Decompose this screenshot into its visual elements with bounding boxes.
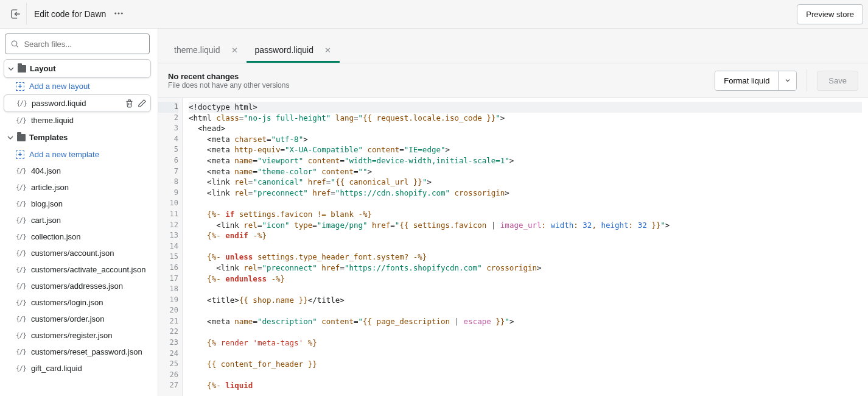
code-line[interactable]: <link rel="preconnect" href="https://cdn… xyxy=(189,188,862,199)
file-item[interactable]: {/}collection.json xyxy=(4,228,151,245)
delete-icon[interactable] xyxy=(125,99,134,108)
file-sidebar: Layout+Add a new layout{/}password.liqui… xyxy=(0,29,158,396)
edit-icon[interactable] xyxy=(138,99,147,108)
file-item[interactable]: {/}gift_card.liquid xyxy=(4,360,151,377)
code-line[interactable]: <head> xyxy=(189,123,862,134)
close-icon[interactable]: ✕ xyxy=(324,46,331,55)
code-line[interactable] xyxy=(189,370,862,381)
code-line[interactable]: <html class="no-js full-height" lang="{{… xyxy=(189,113,862,124)
editor-pane: theme.liquid✕password.liquid✕ No recent … xyxy=(158,29,868,396)
file-name: customers/addresses.json xyxy=(31,281,147,291)
file-item[interactable]: {/}customers/activate_account.json xyxy=(4,261,151,278)
tab-label: password.liquid xyxy=(255,45,314,55)
code-file-icon: {/} xyxy=(16,216,26,224)
line-gutter: 1234567891011121314151617181920212223242… xyxy=(158,98,183,396)
file-item[interactable]: {/}blog.json xyxy=(4,196,151,212)
editor-tab[interactable]: theme.liquid✕ xyxy=(166,39,247,63)
file-item[interactable]: {/}cart.json xyxy=(4,212,151,228)
code-line[interactable]: <link rel="preconnect" href="https://fon… xyxy=(189,263,862,274)
editor-tabs: theme.liquid✕password.liquid✕ xyxy=(158,29,868,63)
code-line[interactable]: <link rel="icon" type="image/png" href="… xyxy=(189,220,862,231)
file-item[interactable]: {/}404.json xyxy=(4,163,151,179)
code-file-icon: {/} xyxy=(16,99,27,107)
add-layout-link[interactable]: +Add a new layout xyxy=(4,78,151,94)
file-item[interactable]: {/}article.json xyxy=(4,179,151,196)
code-line[interactable]: <link rel="canonical" href="{{ canonical… xyxy=(189,177,862,188)
code-file-icon: {/} xyxy=(16,299,26,306)
file-item[interactable]: {/}customers/register.json xyxy=(4,327,151,344)
add-templates-link[interactable]: +Add a new template xyxy=(4,146,151,163)
close-icon[interactable]: ✕ xyxy=(231,46,238,55)
code-file-icon: {/} xyxy=(16,167,26,175)
code-line[interactable]: <meta name="description" content="{{ pag… xyxy=(189,316,862,327)
disclosure-triangle-icon xyxy=(7,135,13,141)
code-line[interactable]: <meta name="viewport" content="width=dev… xyxy=(189,155,862,166)
code-line[interactable]: <meta charset="utf-8"> xyxy=(189,134,862,145)
code-file-icon: {/} xyxy=(16,233,26,241)
preview-store-button[interactable]: Preview store xyxy=(797,4,863,24)
chevron-down-icon xyxy=(784,77,791,84)
back-button[interactable] xyxy=(5,3,27,25)
code-line[interactable]: {%- if settings.favicon != blank -%} xyxy=(189,209,862,220)
folder-layout[interactable]: Layout xyxy=(4,59,151,78)
code-line[interactable]: {%- unless settings.type_header_font.sys… xyxy=(189,252,862,263)
code-line[interactable]: {%- endif -%} xyxy=(189,230,862,241)
save-button[interactable]: Save xyxy=(817,71,858,91)
code-editor[interactable]: 1234567891011121314151617181920212223242… xyxy=(158,98,868,396)
more-icon[interactable] xyxy=(113,8,124,21)
search-input[interactable] xyxy=(24,40,144,49)
file-item[interactable]: {/}password.liquid xyxy=(4,94,151,112)
svg-point-3 xyxy=(12,41,16,46)
folder-icon xyxy=(17,134,26,141)
file-item[interactable]: {/}customers/login.json xyxy=(4,294,151,311)
code-line[interactable]: <!doctype html> xyxy=(189,102,862,113)
code-line[interactable]: {%- liquid xyxy=(189,380,862,391)
changes-heading: No recent changes xyxy=(168,72,705,81)
editor-tab[interactable]: password.liquid✕ xyxy=(247,39,340,63)
code-file-icon: {/} xyxy=(16,200,26,208)
code-file-icon: {/} xyxy=(16,183,26,191)
code-file-icon: {/} xyxy=(16,315,26,323)
code-file-icon: {/} xyxy=(16,282,26,290)
file-name: customers/order.json xyxy=(31,314,147,324)
code-line[interactable]: <meta name="theme-color" content=""> xyxy=(189,166,862,177)
folder-label: Layout xyxy=(30,64,56,73)
file-item[interactable]: {/}customers/order.json xyxy=(4,311,151,327)
code-line[interactable] xyxy=(189,241,862,252)
file-item[interactable]: {/}customers/account.json xyxy=(4,245,151,261)
search-icon xyxy=(10,39,19,49)
page-title: Edit code for Dawn xyxy=(34,9,106,19)
format-dropdown-button[interactable] xyxy=(778,71,796,90)
changes-sub: File does not have any other versions xyxy=(168,81,705,90)
code-file-icon: {/} xyxy=(16,266,26,274)
file-item[interactable]: {/}customers/reset_password.json xyxy=(4,344,151,360)
code-line[interactable]: {{ content_for_header }} xyxy=(189,359,862,370)
topbar: Edit code for Dawn Preview store xyxy=(0,0,868,29)
code-line[interactable]: {%- endunless -%} xyxy=(189,274,862,285)
search-box[interactable] xyxy=(5,34,150,54)
info-bar: No recent changes File does not have any… xyxy=(158,63,868,98)
code-line[interactable] xyxy=(189,327,862,338)
code-line[interactable] xyxy=(189,305,862,316)
folder-label: Templates xyxy=(29,133,68,142)
code-file-icon: {/} xyxy=(16,364,26,372)
code-line[interactable] xyxy=(189,348,862,359)
code-line[interactable]: <meta http-equiv="X-UA-Compatible" conte… xyxy=(189,144,862,155)
code-line[interactable]: <title>{{ shop.name }}</title> xyxy=(189,295,862,306)
code-line[interactable] xyxy=(189,198,862,209)
file-item[interactable]: {/}customers/addresses.json xyxy=(4,278,151,294)
format-liquid-button[interactable]: Format liquid xyxy=(715,71,778,90)
code-area[interactable]: <!doctype html><html class="no-js full-h… xyxy=(183,98,868,396)
svg-point-0 xyxy=(115,12,116,13)
file-name: password.liquid xyxy=(32,99,120,108)
file-name: customers/register.json xyxy=(31,331,147,340)
code-line[interactable] xyxy=(189,284,862,295)
add-icon: + xyxy=(16,82,24,91)
folder-templates[interactable]: Templates xyxy=(4,129,151,146)
file-name: customers/activate_account.json xyxy=(31,265,147,274)
file-item[interactable]: {/}theme.liquid xyxy=(4,112,151,129)
code-line[interactable]: {% render 'meta-tags' %} xyxy=(189,338,862,348)
file-name: theme.liquid xyxy=(31,116,147,125)
add-icon: + xyxy=(16,150,24,159)
file-name: customers/account.json xyxy=(31,249,147,258)
